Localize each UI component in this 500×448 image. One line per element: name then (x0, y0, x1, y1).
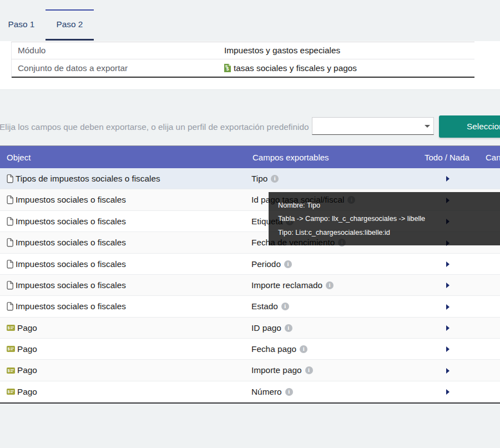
svg-text:$: $ (226, 66, 229, 72)
svg-text:$: $ (8, 326, 10, 330)
svg-text:$: $ (8, 390, 10, 394)
svg-text:$: $ (8, 347, 10, 351)
svg-text:$: $ (8, 369, 10, 373)
